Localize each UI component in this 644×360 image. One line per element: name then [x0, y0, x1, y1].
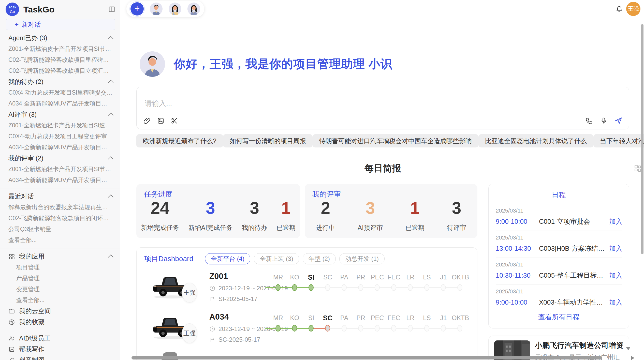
section-header-recent-chats[interactable]: 最近对话	[0, 191, 120, 202]
milestone-label: PA	[336, 314, 353, 322]
sidebar-collapse-icon[interactable]	[108, 6, 115, 13]
section-header-ai-review[interactable]: AI评审 (3)	[0, 109, 120, 120]
flag-icon	[209, 296, 215, 302]
view-all-schedule-link[interactable]: 查看所有日程	[489, 312, 629, 322]
list-item[interactable]: C02-飞腾新能源轻客改款项目立项汇报方案	[0, 65, 120, 76]
agent-avatar[interactable]	[150, 3, 163, 15]
my-review-card: 我的评审 2 进行中 3 AI预评审 1 已逾期 3 待评审	[305, 184, 477, 238]
paperclip-icon[interactable]	[143, 117, 151, 125]
clock-icon	[209, 326, 215, 332]
list-item[interactable]: A034-全新新能源MUV产品开发项目计划变更表编写	[0, 98, 120, 109]
mic-icon[interactable]	[600, 117, 608, 125]
recent-chat-item[interactable]: 解释最新出台的欧盟报废车法规再生塑料比例被调至15%...	[0, 202, 120, 213]
scissors-icon[interactable]	[171, 117, 178, 125]
app-item-product-mgmt[interactable]: 产品管理	[0, 273, 120, 284]
metric-value: 3	[206, 200, 215, 216]
recent-chat-item[interactable]: C02-飞腾新能源轻客改款项目的闭环通告反馈情况	[0, 213, 120, 224]
greeting-title: 你好，王强，我是你的项目管理助理 小识	[174, 56, 392, 72]
suggestion-chip[interactable]: 如何写一份清晰的项目周报	[223, 134, 313, 147]
milestone-dot	[457, 284, 462, 291]
milestone-dot	[391, 284, 396, 291]
section-header-my-todo[interactable]: 我的待办 (2)	[0, 76, 120, 87]
metric: 1 已逾期	[405, 200, 425, 232]
new-chat-button[interactable]: 新对话	[6, 19, 115, 30]
add-agent-button[interactable]	[130, 2, 144, 16]
milestone-label: J1	[435, 314, 452, 322]
milestone-dot	[375, 284, 380, 291]
sidebar-item-help-me-write[interactable]: 帮我写作	[0, 344, 120, 355]
agent-avatar[interactable]	[187, 3, 200, 15]
tab-new-platform[interactable]: 全新平台 (4)	[205, 253, 250, 264]
schedule-event-title: X003-车辆动力学性能验...	[539, 298, 606, 307]
phone-icon[interactable]	[585, 117, 593, 125]
agent-avatar[interactable]	[169, 3, 181, 15]
join-link[interactable]: 加入	[609, 244, 622, 253]
list-item[interactable]: Z001-全新燃油轻卡产品开发项目SI节点属性5D文件评审	[0, 164, 120, 175]
metric-value: 1	[410, 200, 420, 216]
project-row[interactable]: 王强 A034 2023-12-19 ~ 2026-01-19 SC-2025-…	[137, 311, 478, 351]
task-progress-card: 任务进度 24 新增完成任务 3 新增AI完成任务 3 我的待办 1 已逾期	[136, 184, 300, 238]
milestone-dot	[358, 325, 363, 332]
milestone-label: SI	[303, 314, 319, 322]
chat-input[interactable]	[144, 99, 450, 108]
progress-line-done	[265, 287, 312, 288]
milestone-label: LR	[402, 314, 419, 322]
metric: 24 新增完成任务	[141, 200, 179, 232]
image-icon[interactable]	[157, 117, 165, 125]
vertical-scrollbar[interactable]	[641, 24, 643, 254]
suggestion-chips: 欧洲新规最近颁布了什么? 如何写一份清晰的项目周报 特朗普可能对进口汽车增税会对…	[136, 134, 629, 147]
suggestion-chip[interactable]: 欧洲新规最近颁布了什么?	[136, 134, 223, 147]
section-header-my-review[interactable]: 我的评审 (2)	[0, 153, 120, 164]
section-header-my-apps[interactable]: 我的应用	[0, 251, 120, 262]
list-item[interactable]: A034-全新新能源MUV产品开发项目造型可行性评审	[0, 175, 120, 186]
sidebar-item-favorites[interactable]: 我的收藏	[0, 317, 120, 327]
tab-model-year[interactable]: 年型 (2)	[303, 253, 336, 264]
list-item[interactable]: C0X4-动力总成开发项目工程变更评审	[0, 131, 120, 142]
list-item[interactable]: C0X4-动力总成开发项目SI里程碑提交物检查	[0, 87, 120, 98]
section-header-agent-done[interactable]: Agent已办 (3)	[0, 33, 120, 43]
scroll-down-arrow[interactable]	[626, 347, 630, 350]
chevron-up-icon	[108, 80, 113, 85]
join-link[interactable]: 加入	[609, 217, 622, 226]
milestone-track: MR KO SI SC PA PR PEC FEC LR LS J1 OKTB	[270, 274, 470, 292]
milestone-dot	[325, 284, 330, 291]
view-all-chats[interactable]: 查看全部...	[0, 235, 120, 246]
suggestion-chip[interactable]: 特朗普可能对进口汽车增税会对中国车企造成哪些影响	[313, 134, 478, 147]
join-link[interactable]: 加入	[609, 271, 622, 280]
sidebar-item-creative-drawing[interactable]: 创意制图	[0, 355, 120, 360]
milestone-label: PR	[353, 274, 369, 281]
milestone-label-current: SI	[303, 274, 319, 281]
suggestion-chip[interactable]: 当下年轻人对汽车外观有怎样的喜好趋势	[593, 134, 644, 147]
app-item-project-mgmt[interactable]: 项目管理	[0, 262, 120, 273]
sidebar-item-ai-super-staff[interactable]: AI超级员工	[0, 333, 120, 344]
horizontal-scrollbar[interactable]	[131, 356, 602, 359]
user-avatar[interactable]: 王强	[626, 2, 640, 16]
dashboard-tabs: 全新平台 (4) 全新上装 (3) 年型 (2) 动总开发 (1)	[205, 253, 385, 264]
metric-value: 3	[250, 200, 259, 216]
send-icon[interactable]	[615, 117, 622, 125]
recent-chat-item[interactable]: 公司Q3轻卡销量	[0, 224, 120, 235]
suggestion-chip[interactable]: 比亚迪全固态电池计划具体说了什么	[478, 134, 593, 147]
tab-new-body[interactable]: 全新上装 (3)	[254, 253, 299, 264]
daily-briefing-title: 每日简报	[136, 162, 629, 175]
owner-badge: 王强	[182, 323, 197, 343]
schedule-date: 2025/03/11	[496, 288, 622, 295]
bell-icon[interactable]	[616, 6, 623, 13]
list-item[interactable]: A034-全新新能源MUV产品开发项目法规符合性评审	[0, 142, 120, 153]
tab-powertrain[interactable]: 动总开发 (1)	[339, 253, 385, 264]
join-link[interactable]: 加入	[609, 298, 622, 307]
input-tools-left	[143, 117, 178, 125]
list-item[interactable]: Z001-全新燃油轻卡产品开发项目SI造型提交物评审	[0, 120, 120, 131]
list-item[interactable]: Z001-全新燃油皮卡产品开发项目SI节点Lesson Learn报告	[0, 43, 120, 54]
project-row[interactable]: 王强 Z001 2023-12-19 ~ 2027-01-19 SI-2025-…	[137, 270, 478, 311]
milestone-dot	[375, 325, 380, 332]
scroll-right-arrow[interactable]	[631, 356, 634, 360]
view-all-apps[interactable]: 查看全部...	[0, 295, 120, 306]
project-code: A034	[209, 312, 229, 322]
agent-switcher	[126, 1, 204, 17]
list-item[interactable]: C02-飞腾新能源轻客改款项目里程碑画布	[0, 54, 120, 65]
layout-grid-icon[interactable]	[634, 164, 642, 172]
metric-label: 待评审	[447, 223, 466, 232]
sidebar-item-cloud-space[interactable]: 我的云空间	[0, 306, 120, 317]
app-item-change-mgmt[interactable]: 变更管理	[0, 284, 120, 295]
